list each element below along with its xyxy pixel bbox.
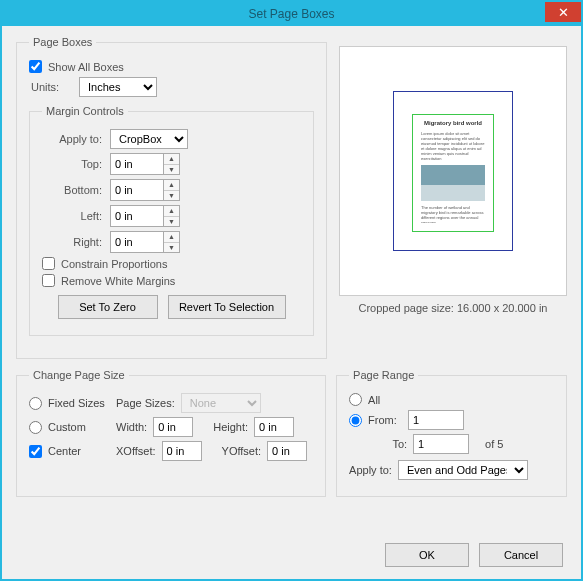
page-boxes-group: Page Boxes Show All Boxes Units: Inches … (16, 36, 327, 359)
all-pages-label: All (368, 394, 380, 406)
width-input[interactable] (153, 417, 193, 437)
right-spinner[interactable]: ▲▼ (110, 231, 180, 253)
to-input[interactable] (413, 434, 469, 454)
right-label: Right: (42, 236, 102, 248)
doc-title-placeholder: Migratory bird world (421, 120, 485, 126)
fixed-sizes-radio[interactable] (29, 397, 42, 410)
range-apply-label: Apply to: (349, 464, 392, 476)
margin-apply-select[interactable]: CropBox (110, 129, 188, 149)
from-radio[interactable] (349, 414, 362, 427)
range-apply-select[interactable]: Even and Odd Pages (398, 460, 528, 480)
page-sizes-label: Page Sizes: (116, 397, 175, 409)
page-boxes-legend: Page Boxes (29, 36, 96, 48)
margin-controls-group: Margin Controls Apply to: CropBox Top: ▲… (29, 105, 314, 336)
up-arrow-icon[interactable]: ▲ (164, 232, 179, 243)
up-arrow-icon[interactable]: ▲ (164, 154, 179, 165)
units-select[interactable]: Inches (79, 77, 157, 97)
close-button[interactable]: ✕ (545, 2, 581, 22)
doc-text2-placeholder: The number of wetland and migratory bird… (421, 205, 485, 223)
page-sizes-select: None (181, 393, 261, 413)
down-arrow-icon[interactable]: ▼ (164, 217, 179, 227)
cropped-size-label: Cropped page size: 16.000 x 20.000 in (339, 302, 567, 314)
left-label: Left: (42, 210, 102, 222)
set-to-zero-button[interactable]: Set To Zero (58, 295, 158, 319)
dialog-body: Page Boxes Show All Boxes Units: Inches … (2, 26, 581, 579)
margin-apply-label: Apply to: (42, 133, 102, 145)
custom-radio[interactable] (29, 421, 42, 434)
left-spinner[interactable]: ▲▼ (110, 205, 180, 227)
revert-selection-button[interactable]: Revert To Selection (168, 295, 286, 319)
page-thumbnail: Migratory bird world Lorem ipsum dolor s… (393, 91, 513, 251)
dialog-title: Set Page Boxes (2, 7, 581, 21)
page-range-group: Page Range All From: To: of 5 Apply to: … (336, 369, 567, 497)
crop-outline: Migratory bird world Lorem ipsum dolor s… (412, 114, 494, 232)
xoffset-input[interactable] (162, 441, 202, 461)
show-all-boxes-input[interactable] (29, 60, 42, 73)
top-label: Top: (42, 158, 102, 170)
change-page-size-group: Change Page Size Fixed Sizes Page Sizes:… (16, 369, 326, 497)
close-icon: ✕ (558, 5, 569, 20)
constrain-proportions-label: Constrain Proportions (61, 258, 167, 270)
margin-controls-legend: Margin Controls (42, 105, 128, 117)
show-all-boxes-check[interactable]: Show All Boxes (29, 60, 314, 73)
height-label: Height: (213, 421, 248, 433)
bottom-label: Bottom: (42, 184, 102, 196)
remove-white-input[interactable] (42, 274, 55, 287)
up-arrow-icon[interactable]: ▲ (164, 180, 179, 191)
xoffset-label: XOffset: (116, 445, 156, 457)
remove-white-label: Remove White Margins (61, 275, 175, 287)
left-input[interactable] (110, 205, 164, 227)
down-arrow-icon[interactable]: ▼ (164, 165, 179, 175)
change-page-size-legend: Change Page Size (29, 369, 129, 381)
all-pages-radio[interactable] (349, 393, 362, 406)
show-all-boxes-label: Show All Boxes (48, 61, 124, 73)
from-input[interactable] (408, 410, 464, 430)
center-label: Center (48, 445, 116, 457)
width-label: Width: (116, 421, 147, 433)
constrain-proportions-input[interactable] (42, 257, 55, 270)
page-range-legend: Page Range (349, 369, 418, 381)
title-bar: Set Page Boxes ✕ (2, 2, 581, 26)
down-arrow-icon[interactable]: ▼ (164, 191, 179, 201)
doc-image-placeholder (421, 165, 485, 201)
down-arrow-icon[interactable]: ▼ (164, 243, 179, 253)
bottom-input[interactable] (110, 179, 164, 201)
page-preview: Migratory bird world Lorem ipsum dolor s… (339, 46, 567, 296)
yoffset-input[interactable] (267, 441, 307, 461)
units-label: Units: (31, 81, 71, 93)
right-input[interactable] (110, 231, 164, 253)
of-pages-label: of 5 (485, 438, 503, 450)
ok-button[interactable]: OK (385, 543, 469, 567)
yoffset-label: YOffset: (222, 445, 262, 457)
doc-text-placeholder: Lorem ipsum dolor sit amet consectetur a… (421, 131, 485, 163)
remove-white-check[interactable]: Remove White Margins (42, 274, 301, 287)
constrain-proportions-check[interactable]: Constrain Proportions (42, 257, 301, 270)
center-check[interactable] (29, 445, 42, 458)
top-spinner[interactable]: ▲▼ (110, 153, 180, 175)
from-label: From: (368, 414, 408, 426)
to-label: To: (367, 438, 407, 450)
custom-label: Custom (48, 421, 116, 433)
bottom-spinner[interactable]: ▲▼ (110, 179, 180, 201)
cancel-button[interactable]: Cancel (479, 543, 563, 567)
up-arrow-icon[interactable]: ▲ (164, 206, 179, 217)
fixed-sizes-label: Fixed Sizes (48, 397, 116, 409)
top-input[interactable] (110, 153, 164, 175)
height-input[interactable] (254, 417, 294, 437)
